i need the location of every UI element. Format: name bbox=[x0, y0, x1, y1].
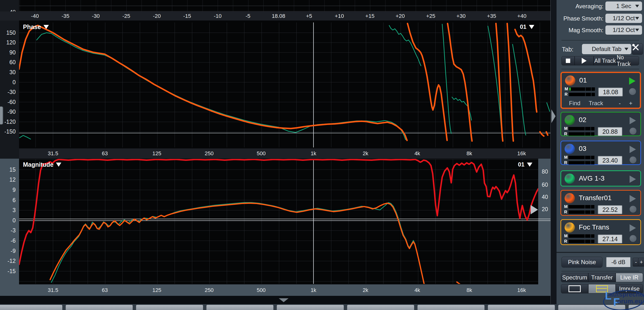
bottom-bar-button[interactable] bbox=[417, 305, 485, 310]
phase-smooth-row: Phase Smooth: 1/12 Oct bbox=[556, 14, 644, 23]
bottom-bar-button[interactable] bbox=[628, 305, 644, 310]
meter-r-label: R bbox=[564, 92, 569, 97]
bottom-bar-button[interactable] bbox=[488, 305, 555, 310]
chevron-down-icon bbox=[624, 48, 628, 50]
track-play-icon[interactable] bbox=[630, 224, 636, 232]
track-delay-value[interactable]: 23.40 bbox=[598, 156, 622, 165]
track-play-icon[interactable] bbox=[630, 117, 636, 124]
bottom-bar-button[interactable] bbox=[347, 305, 414, 310]
chevron-down-icon bbox=[635, 5, 639, 7]
avg-1-3-phase bbox=[512, 44, 526, 135]
pink-noise-button[interactable]: Pink Noise bbox=[562, 257, 602, 268]
transfer-01-phase bbox=[408, 23, 447, 140]
track-color-ball bbox=[564, 174, 575, 184]
impulse-button[interactable]: Impulse bbox=[616, 284, 643, 294]
play-button[interactable] bbox=[574, 56, 594, 65]
level-plus-button[interactable]: + bbox=[638, 258, 644, 267]
phase-smooth-dropdown[interactable]: 1/12 Oct bbox=[606, 14, 642, 23]
left-flyout-handle[interactable] bbox=[0, 106, 3, 124]
wrench-icon bbox=[632, 44, 639, 51]
phase-trace-caret-icon bbox=[529, 25, 534, 29]
bottom-bar-button[interactable] bbox=[558, 305, 626, 310]
stop-button[interactable] bbox=[562, 56, 574, 65]
track-color-ball bbox=[565, 75, 575, 86]
magnitude-title-label: Magnitude bbox=[23, 161, 54, 168]
track-button[interactable]: Track bbox=[589, 100, 603, 107]
phase-trace-selector[interactable]: 01 bbox=[520, 23, 534, 30]
meter-m-bar bbox=[568, 234, 594, 238]
magnitude-trace-selector[interactable]: 01 bbox=[518, 161, 532, 168]
track-block-02[interactable]: 02 M R 20.88 bbox=[560, 112, 641, 136]
phase-pane-title[interactable]: Phase bbox=[23, 23, 49, 30]
delay-plus-button[interactable]: + bbox=[629, 100, 632, 107]
panel-divider[interactable] bbox=[550, 0, 557, 304]
delay-minus-button[interactable]: - bbox=[619, 100, 621, 107]
trace-scroll-marker-icon[interactable] bbox=[531, 205, 538, 214]
single-pane-icon bbox=[568, 285, 581, 292]
meter-row-m: M bbox=[564, 87, 595, 91]
track-block-avg-1-3[interactable]: AVG 1-3 bbox=[560, 170, 641, 187]
track-block-01[interactable]: 01 M R 18.08 Find Track - + bbox=[560, 72, 641, 109]
track-play-icon[interactable] bbox=[629, 77, 636, 85]
meter-r-bar bbox=[568, 240, 594, 243]
dual-pane-button[interactable] bbox=[588, 284, 616, 294]
track-status-circle[interactable] bbox=[630, 206, 636, 213]
averaging-dropdown[interactable]: 1 Sec bbox=[606, 1, 642, 11]
track-block-03[interactable]: 03 M R 23.40 bbox=[560, 141, 641, 165]
track-name: Foc Trans bbox=[579, 223, 609, 231]
magnitude-trace-caret-icon bbox=[527, 163, 532, 167]
meter-m-label: M bbox=[564, 155, 568, 160]
track-play-icon[interactable] bbox=[630, 176, 636, 183]
bottom-bar-button[interactable] bbox=[0, 305, 62, 310]
track-delay-value[interactable]: 22.52 bbox=[598, 205, 622, 214]
find-button[interactable]: Find bbox=[569, 100, 580, 107]
generator-level-display[interactable]: -6 dB bbox=[606, 257, 630, 267]
tab-live-ir[interactable]: Live IR bbox=[616, 273, 643, 282]
mag-smooth-label: Mag Smooth: bbox=[568, 27, 604, 34]
meter-row-m: M bbox=[564, 205, 594, 209]
track-delay-value[interactable]: 18.08 bbox=[598, 88, 623, 96]
track-delay-value[interactable]: 27.14 bbox=[598, 235, 622, 243]
pane-expand-handle-icon[interactable] bbox=[279, 298, 288, 302]
transfer-01-magnitude bbox=[50, 203, 424, 284]
mag-smooth-dropdown[interactable]: 1/12 Oct bbox=[606, 25, 642, 35]
all-track-button[interactable]: All Track bbox=[594, 56, 616, 65]
track-status-circle[interactable] bbox=[629, 88, 636, 95]
track-status-circle[interactable] bbox=[630, 156, 636, 163]
avg-1-3-phase bbox=[389, 25, 421, 66]
chevron-down-icon bbox=[635, 17, 639, 20]
avg-1-3-phase bbox=[488, 26, 503, 140]
bottom-bar-button[interactable] bbox=[206, 305, 274, 310]
bottom-bar-button[interactable] bbox=[136, 305, 203, 310]
single-pane-button[interactable] bbox=[561, 284, 588, 294]
separator bbox=[562, 40, 639, 40]
track-name: AVG 1-3 bbox=[579, 175, 604, 182]
right-flyout-arrow-icon[interactable] bbox=[552, 109, 556, 123]
track-delay-value[interactable]: 20.88 bbox=[598, 127, 622, 136]
track-block-transfer01[interactable]: Transfer01 M R 22.52 bbox=[560, 190, 641, 216]
pane-layout-bar: Impulse bbox=[561, 284, 643, 294]
bottom-bar-button[interactable] bbox=[276, 305, 344, 310]
tab-dropdown[interactable]: Default Tab bbox=[582, 44, 631, 54]
no-track-button[interactable]: No Track bbox=[616, 56, 639, 65]
meter-row-r: R bbox=[564, 240, 594, 243]
track-block-foc-trans[interactable]: Foc Trans M R 27.14 bbox=[560, 219, 641, 245]
tab-transfer[interactable]: Transfer bbox=[588, 273, 616, 282]
track-play-icon[interactable] bbox=[630, 195, 636, 202]
track-action-row: Find Track - + bbox=[569, 100, 632, 107]
track-status-circle[interactable] bbox=[630, 128, 636, 134]
tab-settings-button[interactable] bbox=[632, 43, 643, 55]
magnitude-pane-title[interactable]: Magnitude bbox=[23, 161, 61, 168]
track-play-icon[interactable] bbox=[630, 146, 636, 153]
control-panel: Averaging: 1 Sec Phase Smooth: 1/12 Oct … bbox=[556, 0, 644, 304]
phase-smooth-value: 1/12 Oct bbox=[613, 15, 635, 22]
bottom-bar-button[interactable] bbox=[66, 305, 133, 310]
collapsed-pane-strip bbox=[0, 296, 550, 304]
tab-spectrum[interactable]: Spectrum bbox=[561, 273, 588, 282]
transport-bar: All Track No Track bbox=[562, 56, 639, 65]
track-status-circle[interactable] bbox=[630, 235, 636, 242]
meter-m-bar bbox=[569, 87, 595, 91]
avg-1-3-phase bbox=[20, 135, 30, 139]
meter-r-label: R bbox=[564, 210, 568, 215]
track-name: Transfer01 bbox=[579, 194, 612, 202]
